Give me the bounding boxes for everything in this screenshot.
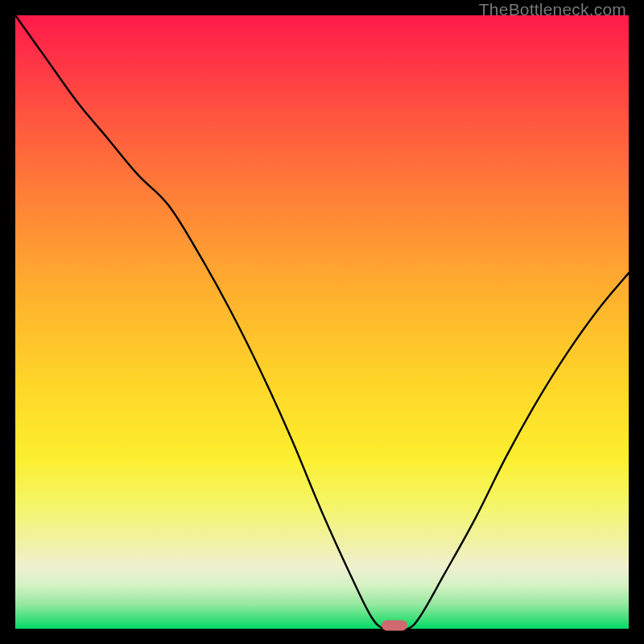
watermark-text: TheBottleneck.com xyxy=(479,0,626,19)
bottleneck-curve xyxy=(15,15,629,629)
optimal-marker xyxy=(382,621,407,631)
